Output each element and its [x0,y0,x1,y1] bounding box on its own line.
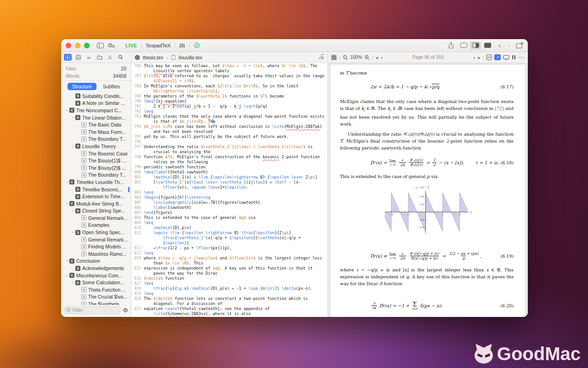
zoom-out-icon[interactable] [343,55,348,60]
chapter-icon: C [69,201,74,206]
chevron-down-icon[interactable]: › [71,280,75,285]
last-page-icon[interactable]: » [477,55,480,60]
new-window-icon[interactable] [516,42,523,49]
editor-line: 802 {\vartheta_1'(z|\tau) \over \varthet… [131,180,328,185]
presentation-icon[interactable] [503,55,509,60]
pause-typeset-icon[interactable] [512,55,516,60]
outline-item[interactable]: SExamples [61,222,131,229]
warnings-view-icon[interactable]: ⚠ [106,54,114,61]
chevron-down-icon[interactable]: › [65,108,69,113]
thumbnails-icon[interactable] [331,55,337,60]
outline-item[interactable]: SThe Boundary T... [61,172,131,179]
symbols-view-icon[interactable]: ∞ [85,54,93,61]
outline-item[interactable]: SThe Crucial $\va... [61,293,131,301]
pdf-paragraph: where τ = −q/p + iε and ⌊x⌋ is the large… [340,266,514,288]
outline-item[interactable]: SFinding Models ... [61,243,131,250]
editor-line: 791 2 x_j = 2\hat{a}_j/b = 1 - q/p - k_j… [131,104,328,109]
outline-item[interactable]: ›SThe Linear Dilaton... [61,114,131,121]
external-preview-icon[interactable]: ↗ [494,54,501,60]
chevron-down-icon[interactable]: › [71,144,75,149]
layout-pdf-only-button[interactable] [482,41,493,50]
outline-item[interactable]: ›CConclusion [61,258,131,265]
more-options-icon[interactable]: ⋯ [518,54,525,61]
files-view-icon[interactable] [96,54,103,61]
document-outline: SSuitability Conditi...SA Note on Simila… [61,92,131,305]
outline-item[interactable]: SAcknowledgements [61,264,131,272]
tab-structure[interactable]: Structure [68,83,96,90]
outline-item[interactable]: SExtension to Time... [61,193,131,200]
layout-editor-only-button[interactable] [458,41,469,50]
chevron-down-icon[interactable]: › [71,115,75,120]
editor-line: 786This may be seen as follows. Let $\ta… [131,63,328,69]
next-page-icon[interactable]: › [473,55,475,60]
sidebar-toolbar: ∞ ⚠ [61,52,131,63]
outline-item[interactable]: SA Note on Similar ... [61,100,131,107]
zoom-level[interactable]: 100% [351,55,362,60]
latex-source[interactable]: 786This may be seen as follows. Let $\ta… [131,63,328,317]
share-icon[interactable] [448,42,454,49]
breadcrumb-file[interactable]: liouville.tex [179,55,202,60]
layout-split-button[interactable] [470,41,481,50]
outline-item[interactable]: ›SClosed String Spe... [61,207,131,215]
outline-item[interactable]: SThe Mass Form... [61,128,131,136]
outline-item[interactable]: ›SOpen String Spec... [61,229,131,236]
minimize-button[interactable] [75,43,80,48]
typeset-settings-icon[interactable] [179,43,185,48]
breadcrumb-root[interactable]: thesis.tex [143,55,163,60]
pdf-paragraph: in T become [340,69,514,76]
sidebar-toggle-icon[interactable] [97,43,104,48]
math-preview-button[interactable]: √x [318,55,324,60]
editor-line: 805 \includegraphics[scale=.70]{figures/… [131,200,328,205]
tab-subfiles[interactable]: Subfiles [98,83,124,90]
outline-item[interactable]: ›CModuli-free String B... [61,200,131,207]
pdf-viewport[interactable]: in T become 2xj = 2âj/b = 1 − q/p − kj √… [328,63,528,317]
chevron-down-icon[interactable]: › [65,180,69,184]
outline-item-label: Open String Spec... [82,230,124,235]
outline-item[interactable]: ›CTimelike Liouville Th... [61,178,131,186]
sync-scroll-icon[interactable] [486,54,492,60]
chevron-down-icon[interactable]: › [65,201,69,206]
chevron-down-icon[interactable]: › [71,208,75,213]
outline-item[interactable]: STimelike Bosonic... [61,186,131,193]
filter-input[interactable]: Filter [64,306,120,314]
outline-item[interactable]: SThe $\susy{2}$ ... [61,164,131,172]
zoom-in-icon[interactable] [364,55,370,60]
chevron-down-icon[interactable]: › [65,273,69,278]
chevron-down-icon[interactable]: › [71,230,75,235]
live-status: LIVE [125,43,137,48]
outline-item[interactable]: SThe Bosonic Case [61,150,131,157]
outline-item[interactable]: SGeneral Remark... [61,236,131,243]
editor-line: 812 =\frac{1/2 - px + \floor{px}}{p}, [131,246,328,251]
outline-item[interactable]: SThe Boundary T... [61,136,131,143]
outline-item[interactable]: ›CThe Noncompact C... [61,107,131,114]
chevron-down-icon[interactable]: › [65,259,69,263]
editor-line: 795yet by us. This will partially be the… [131,134,328,139]
settings-gears-icon[interactable]: ⚙⚙ [107,42,115,49]
outline-item[interactable]: SSuitability Conditi... [61,92,131,100]
todo-view-icon[interactable] [74,54,82,61]
outline-item[interactable]: SThe $\susy{1}$ ... [61,157,131,164]
outline-item[interactable]: ›SSome Calculation... [61,279,131,286]
chapter-icon: C [69,179,74,184]
prev-page-icon[interactable]: ‹ [381,55,383,60]
first-page-icon[interactable]: « [376,55,379,60]
outline-item[interactable]: ›CMiscellaneous Com... [61,272,131,279]
search-view-icon[interactable] [117,54,124,61]
zoom-button[interactable] [84,43,90,48]
structure-view-icon[interactable] [64,54,72,61]
outline-item[interactable]: STheta Function ... [61,286,131,293]
outline-item[interactable]: SMassless Ramo... [61,250,131,258]
section-icon: S [75,115,80,120]
page-indicator[interactable]: Page 96 of 159 [385,55,471,60]
chapter-icon: C [69,273,74,278]
outline-item[interactable]: ›SLiouville Theory [61,143,131,150]
section-icon: S [75,266,80,271]
close-button[interactable] [66,43,71,48]
sidebar-gear-icon[interactable]: ⚙ [123,307,128,313]
history-forward-icon[interactable]: › [506,42,512,49]
history-back-icon[interactable]: ‹ [497,42,503,49]
editor-line: 804\begin{figure}[h!]\centering [131,195,328,200]
outline-item[interactable]: SThe $\vartheta_... [61,300,131,305]
outline-item[interactable]: SGeneral Remark... [61,214,131,222]
outline-item[interactable]: SThe Basic Data [61,121,131,128]
